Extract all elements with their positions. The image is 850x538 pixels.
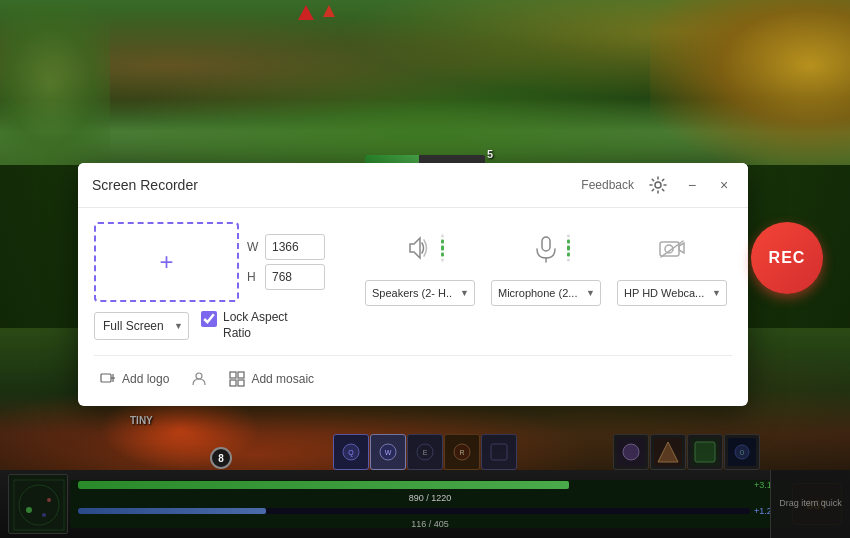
game-flag-1 [298,5,314,20]
svg-rect-20 [695,442,715,462]
character-name-label: TINY [130,415,153,426]
item-1[interactable] [613,434,649,470]
screen-recorder-dialog: Screen Recorder Feedback − × [78,163,748,406]
game-tree-right [650,0,850,165]
svg-rect-25 [542,237,550,251]
svg-rect-27 [660,242,679,256]
character-level-badge: 8 [210,447,232,469]
dialog-content: + W H [78,208,748,406]
game-health-number: 5 [487,148,493,160]
item-3[interactable] [687,434,723,470]
hud-minimap[interactable] [8,474,68,534]
svg-text:Q: Q [348,449,354,457]
rec-section: REC [743,222,823,294]
fullscreen-select[interactable]: Full Screen [94,312,189,340]
game-top-area: 5 [0,0,850,165]
add-logo-label: Add logo [122,372,169,386]
svg-point-2 [26,507,32,513]
microphone-select-wrapper: Microphone (2... [491,280,601,306]
add-mosaic-label: Add mosaic [251,372,314,386]
item-2[interactable] [650,434,686,470]
add-mosaic-icon [229,371,245,387]
width-row: W [247,234,325,260]
hud-health-mana: +3.1 890 / 1220 +1.2 116 / 405 [70,480,790,528]
item-bar[interactable]: 0 [613,434,760,470]
svg-rect-14 [491,444,507,460]
bottom-toolbar-row: Add logo Add mosaic [94,355,732,390]
settings-button[interactable] [646,173,670,197]
add-logo-button[interactable]: Add logo [94,368,175,390]
svg-rect-38 [238,380,244,386]
capture-preview-box[interactable]: + [94,222,239,302]
height-row: H [247,264,325,290]
audio-section: Speakers (2- H... [365,222,727,306]
height-label: H [247,270,261,284]
lock-aspect-control: Lock Aspect Ratio [201,310,288,341]
title-bar: Screen Recorder Feedback − × [78,163,748,208]
minimize-button[interactable]: − [682,175,702,195]
lock-aspect-checkbox[interactable] [201,311,217,327]
feedback-link[interactable]: Feedback [581,178,634,192]
dialog-title: Screen Recorder [92,177,198,193]
width-input[interactable] [265,234,325,260]
dimension-inputs: W H [247,234,325,290]
person-icon [191,371,207,387]
add-mosaic-button[interactable]: Add mosaic [223,368,320,390]
camera-crossed-wrapper [657,233,687,263]
skill-bar[interactable]: Q W E R [333,434,517,470]
game-flag-2 [323,5,335,17]
game-tree-left [0,5,110,165]
svg-rect-35 [230,372,236,378]
microphone-select[interactable]: Microphone (2... [491,280,601,306]
svg-point-4 [42,513,46,517]
svg-point-24 [655,182,661,188]
camera-select-wrapper: HP HD Webca... [617,280,727,306]
svg-text:0: 0 [740,448,745,457]
speakers-device: Speakers (2- H... [365,222,475,306]
skill-r[interactable]: R [444,434,480,470]
microphone-icon-area [520,222,572,274]
fullscreen-row: Full Screen Lock Aspect Ratio [94,310,325,341]
add-logo-icon [100,371,116,387]
height-input[interactable] [265,264,325,290]
skill-e[interactable]: E [407,434,443,470]
svg-text:E: E [423,449,428,456]
fullscreen-select-wrapper: Full Screen [94,312,189,340]
skill-w[interactable]: W [370,434,406,470]
capture-dims-row: + W H [94,222,325,302]
microphone-device: Microphone (2... [491,222,601,306]
svg-text:W: W [385,449,392,456]
hud-drag-info: Drag item quick [770,470,850,538]
camera-icon-area [646,222,698,274]
camera-device: HP HD Webca... [617,222,727,306]
svg-point-16 [623,444,639,460]
svg-rect-36 [238,372,244,378]
microphone-volume-bars [567,235,570,262]
speakers-icon-area [394,222,446,274]
skill-extra[interactable] [481,434,517,470]
camera-select[interactable]: HP HD Webca... [617,280,727,306]
close-button[interactable]: × [714,175,734,195]
svg-rect-37 [230,380,236,386]
controls-row: + W H [94,222,732,341]
item-4[interactable]: 0 [724,434,760,470]
hud-bar: 8 +3.1 890 / 1220 +1.2 116 / 405 [0,470,850,538]
title-controls: Feedback − × [581,173,734,197]
svg-point-34 [196,373,202,379]
rec-button[interactable]: REC [751,222,823,294]
speakers-select[interactable]: Speakers (2- H... [365,280,475,306]
skill-q[interactable]: Q [333,434,369,470]
capture-section: + W H [94,222,325,341]
speaker-icon [405,233,435,263]
camera-icon [657,233,687,263]
svg-rect-31 [101,374,111,382]
capture-preview-plus-icon: + [159,248,173,276]
svg-point-3 [47,498,51,502]
width-label: W [247,240,261,254]
speakers-select-wrapper: Speakers (2- H... [365,280,475,306]
lock-aspect-label[interactable]: Lock Aspect Ratio [223,310,288,341]
speaker-volume-bars [441,235,444,262]
rec-label: REC [769,249,806,267]
microphone-icon [531,233,561,263]
svg-text:R: R [459,449,464,456]
